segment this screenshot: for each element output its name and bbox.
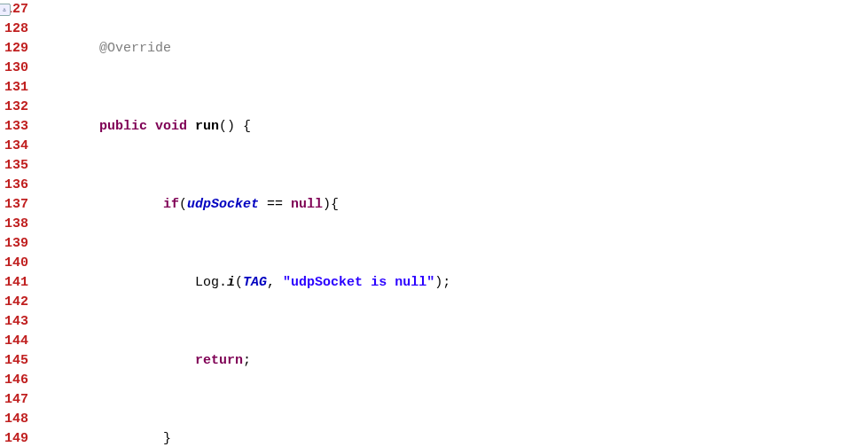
code-line[interactable]: if(udpSocket == null){ bbox=[32, 195, 868, 215]
line-number: 141 bbox=[0, 273, 28, 293]
code-line[interactable]: public void run() { bbox=[32, 117, 868, 137]
line-number: 131 bbox=[0, 78, 28, 98]
line-number: 130 bbox=[0, 59, 28, 78]
line-number: 133 bbox=[0, 117, 28, 137]
override-marker-icon: ▵ bbox=[0, 4, 11, 16]
line-number: 144 bbox=[0, 332, 28, 351]
line-number: 147 bbox=[0, 390, 28, 410]
line-number: 128 bbox=[0, 20, 28, 39]
line-number: 149 bbox=[0, 429, 28, 447]
line-number: 139 bbox=[0, 234, 28, 254]
line-number: 129 bbox=[0, 39, 28, 59]
line-number: ▵127 bbox=[0, 0, 28, 20]
line-number: 142 bbox=[0, 293, 28, 312]
code-line[interactable]: @Override bbox=[32, 39, 868, 59]
line-number: 146 bbox=[0, 371, 28, 390]
code-line[interactable]: return; bbox=[32, 351, 868, 371]
line-number: 135 bbox=[0, 156, 28, 176]
code-area[interactable]: @Override public void run() { if(udpSock… bbox=[32, 0, 868, 447]
line-number: 136 bbox=[0, 176, 28, 195]
line-number-gutter: ▵127 128 129 130 131 132 133 134 135 136… bbox=[0, 0, 32, 447]
line-number: 140 bbox=[0, 254, 28, 273]
line-number: 145 bbox=[0, 351, 28, 371]
line-number: 137 bbox=[0, 195, 28, 215]
line-number: 138 bbox=[0, 215, 28, 234]
line-number: 148 bbox=[0, 410, 28, 429]
line-number: 134 bbox=[0, 137, 28, 156]
line-number: 132 bbox=[0, 98, 28, 117]
line-number: 143 bbox=[0, 312, 28, 332]
code-line[interactable]: } bbox=[32, 429, 868, 447]
code-line[interactable]: Log.i(TAG, "udpSocket is null"); bbox=[32, 273, 868, 293]
code-editor[interactable]: ▵127 128 129 130 131 132 133 134 135 136… bbox=[0, 0, 868, 447]
